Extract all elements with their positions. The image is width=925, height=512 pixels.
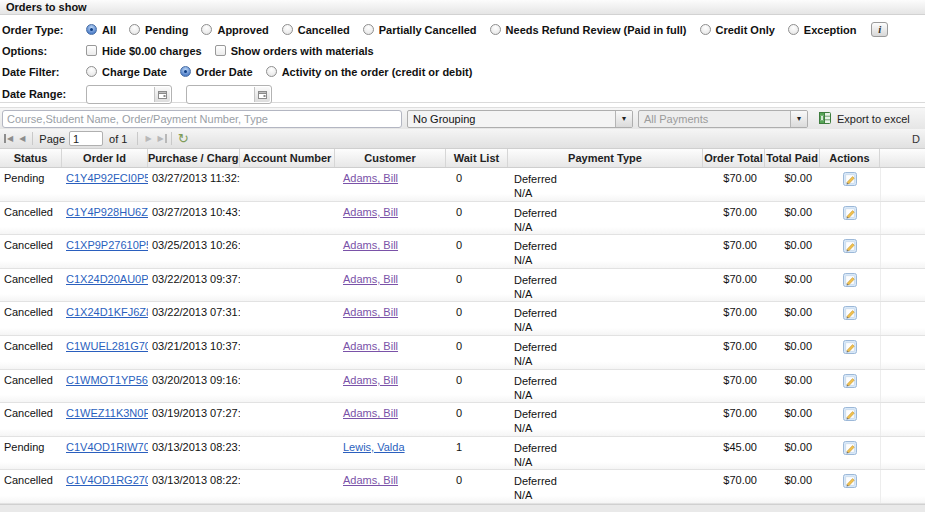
total-paid-cell: $0.00 (765, 470, 820, 503)
order-type-option[interactable]: Exception (788, 24, 857, 36)
edit-order-icon[interactable] (842, 446, 858, 458)
column-header-payment-type[interactable]: Payment Type (508, 149, 703, 167)
radio-unselected-icon[interactable] (201, 24, 212, 35)
radio-unselected-icon[interactable] (363, 24, 374, 35)
customer-link[interactable]: Adams, Bill (343, 340, 398, 352)
column-header-status[interactable]: Status (0, 149, 62, 167)
payment-type-line2: N/A (514, 455, 699, 469)
date-filter-option[interactable]: Activity on the order (credit or debit) (266, 66, 473, 78)
customer-link[interactable]: Adams, Bill (343, 273, 398, 285)
date-filter-option[interactable]: Order Date (180, 66, 253, 78)
column-header-customer[interactable]: Customer (335, 149, 446, 167)
order-type-option[interactable]: Cancelled (282, 24, 350, 36)
edit-order-icon[interactable] (842, 244, 858, 256)
edit-order-icon[interactable] (842, 278, 858, 290)
customer-link[interactable]: Adams, Bill (343, 407, 398, 419)
export-to-excel-button[interactable]: Export to excel (818, 111, 910, 127)
chevron-down-icon[interactable]: ▾ (790, 110, 807, 128)
order-type-option[interactable]: All (86, 24, 116, 36)
radio-unselected-icon[interactable] (490, 24, 501, 35)
radio-unselected-icon[interactable] (788, 24, 799, 35)
options-checkbox[interactable]: Show orders with materials (215, 45, 374, 57)
column-header-purchase-charge-date[interactable]: Purchase / Charge Date (148, 149, 240, 167)
table-row: PendingC1Y4P92FCI0P5V603/27/2013 11:32:0… (0, 168, 925, 202)
edit-order-icon[interactable] (842, 479, 858, 491)
payments-select[interactable]: All Payments ▾ (638, 110, 808, 128)
info-icon[interactable]: i (871, 22, 888, 37)
edit-order-icon[interactable] (842, 311, 858, 323)
order-id-cell: C1V4OD1RIW70D1W (62, 437, 148, 470)
payment-type-line2: N/A (514, 253, 699, 267)
order-id-link[interactable]: C1X24D20AU0P87C (66, 273, 148, 285)
radio-selected-icon[interactable] (180, 66, 191, 77)
page-number-input[interactable] (69, 131, 103, 146)
customer-link[interactable]: Adams, Bill (343, 172, 398, 184)
column-header-order-id[interactable]: Order Id (62, 149, 148, 167)
radio-unselected-icon[interactable] (282, 24, 293, 35)
radio-unselected-icon[interactable] (266, 66, 277, 77)
column-header-account-number[interactable]: Account Number (240, 149, 335, 167)
order-type-option[interactable]: Needs Refund Review (Paid in full) (490, 24, 687, 36)
date-range-end-field[interactable] (186, 85, 272, 104)
edit-order-icon[interactable] (842, 412, 858, 424)
radio-unselected-icon[interactable] (700, 24, 711, 35)
refresh-icon[interactable]: ↻ (178, 132, 189, 145)
purchase-date-cell: 03/20/2013 09:16:50 ... (148, 370, 240, 403)
order-id-cell: C1V4OD1RG270HRA (62, 470, 148, 503)
order-id-link[interactable]: C1WMOT1YP56YT24 (66, 374, 148, 386)
customer-link[interactable]: Adams, Bill (343, 239, 398, 251)
order-type-option[interactable]: Pending (129, 24, 188, 36)
calendar-icon[interactable] (254, 87, 270, 102)
payment-type-line2: N/A (514, 287, 699, 301)
order-id-link[interactable]: C1X24D1KFJ6Z85V (66, 306, 148, 318)
order-id-link[interactable]: C1Y4P92FCI0P5V6 (66, 172, 148, 184)
order-type-option[interactable]: Credit Only (700, 24, 775, 36)
page-next-icon[interactable]: ▶ (142, 134, 154, 143)
column-header-wait-list[interactable]: Wait List (446, 149, 508, 167)
column-header-order-total[interactable]: Order Total (703, 149, 765, 167)
options-checkbox[interactable]: Hide $0.00 charges (86, 45, 202, 57)
order-type-option[interactable]: Partially Cancelled (363, 24, 477, 36)
page-prev-icon[interactable]: ◀ (16, 134, 28, 143)
calendar-icon[interactable] (154, 87, 170, 102)
customer-link[interactable]: Adams, Bill (343, 206, 398, 218)
column-header-actions[interactable]: Actions (820, 149, 880, 167)
date-range-start-input[interactable] (90, 87, 154, 102)
radio-unselected-icon[interactable] (86, 66, 97, 77)
page-first-icon[interactable]: ◀ (4, 134, 16, 143)
row-filler-cell (880, 470, 925, 503)
date-filter-option-label: Charge Date (102, 66, 167, 78)
order-id-link[interactable]: C1Y4P928HU6Z3R6 (66, 206, 148, 218)
chevron-down-icon[interactable]: ▾ (615, 110, 632, 128)
search-input[interactable] (2, 110, 402, 128)
account-number-cell (240, 302, 335, 335)
checkbox-unchecked-icon[interactable] (86, 45, 97, 56)
order-id-link[interactable]: C1V4OD1RIW70D1W (66, 441, 148, 453)
customer-link[interactable]: Adams, Bill (343, 306, 398, 318)
order-id-link[interactable]: C1WUEL281G702HG (66, 340, 148, 352)
customer-link[interactable]: Adams, Bill (343, 374, 398, 386)
edit-order-icon[interactable] (842, 177, 858, 189)
date-range-start-field[interactable] (86, 85, 172, 104)
payment-type-line2: N/A (514, 421, 699, 435)
page-last-icon[interactable]: ▶ (155, 134, 167, 143)
actions-cell (820, 168, 880, 201)
radio-selected-icon[interactable] (86, 24, 97, 35)
customer-link[interactable]: Adams, Bill (343, 474, 398, 486)
order-id-link[interactable]: C1WEZ11K3N0P9H1 (66, 407, 148, 419)
order-id-link[interactable]: C1V4OD1RG270HRA (66, 474, 148, 486)
checkbox-unchecked-icon[interactable] (215, 45, 226, 56)
order-id-link[interactable]: C1XP9P27610P51Z (66, 239, 148, 251)
total-paid-cell: $0.00 (765, 437, 820, 470)
edit-order-icon[interactable] (842, 211, 858, 223)
edit-order-icon[interactable] (842, 345, 858, 357)
order-type-option[interactable]: Approved (201, 24, 268, 36)
column-header-total-paid[interactable]: Total Paid (765, 149, 820, 167)
radio-unselected-icon[interactable] (129, 24, 140, 35)
customer-link[interactable]: Lewis, Valda (343, 441, 405, 453)
grouping-select[interactable]: No Grouping ▾ (407, 110, 633, 128)
date-filter-option[interactable]: Charge Date (86, 66, 167, 78)
purchase-date-cell: 03/13/2013 08:23:29 ... (148, 437, 240, 470)
edit-order-icon[interactable] (842, 379, 858, 391)
date-range-end-input[interactable] (190, 87, 254, 102)
